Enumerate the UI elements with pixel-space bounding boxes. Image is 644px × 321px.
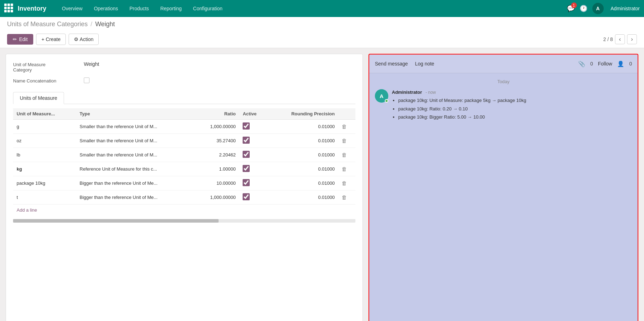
action-button[interactable]: ⚙ Action: [69, 34, 99, 45]
row-active[interactable]: [239, 190, 268, 205]
row-delete[interactable]: 🗑: [338, 134, 355, 148]
col-header-actions: [338, 108, 355, 120]
breadcrumb: Units of Measure Categories / Weight: [7, 21, 637, 31]
user-avatar-button[interactable]: A: [592, 3, 604, 14]
today-label: Today: [375, 79, 632, 84]
pagination-prev[interactable]: ‹: [615, 34, 625, 44]
uom-table: Unit of Measure... Type Ratio Active Rou…: [13, 108, 355, 205]
delete-icon[interactable]: 🗑: [342, 166, 347, 172]
add-line-button[interactable]: Add a line: [13, 205, 41, 216]
category-value: Weight: [84, 61, 99, 67]
breadcrumb-parent[interactable]: Units of Measure Categories: [7, 21, 88, 28]
col-header-name: Unit of Measure...: [13, 108, 76, 120]
nav-links: Overview Operations Products Reporting C…: [57, 4, 567, 13]
top-navigation: Inventory Overview Operations Products R…: [0, 0, 644, 17]
row-type: Reference Unit of Measure for this c...: [76, 162, 194, 176]
delete-icon[interactable]: 🗑: [342, 152, 347, 158]
name-concat-label: Name Concatenation: [13, 78, 84, 84]
col-header-ratio: Ratio: [194, 108, 239, 120]
row-active[interactable]: [239, 162, 268, 176]
app-title: Inventory: [18, 5, 46, 12]
table-row: g Smaller than the reference Unit of M..…: [13, 120, 355, 134]
row-rounding: 0.01000: [268, 190, 338, 205]
attachment-icon: 📎: [578, 61, 585, 67]
row-name: g: [13, 120, 76, 134]
row-delete[interactable]: 🗑: [338, 190, 355, 205]
chatter-entry: A Administrator - now package 10kg: Unit…: [375, 89, 632, 122]
row-rounding: 0.01000: [268, 120, 338, 134]
row-type: Smaller than the reference Unit of M...: [76, 134, 194, 148]
nav-operations[interactable]: Operations: [89, 4, 123, 13]
row-type: Smaller than the reference Unit of M...: [76, 148, 194, 162]
scrollbar-thumb: [13, 219, 219, 223]
edit-icon: ✏: [13, 36, 17, 42]
category-field-row: Unit of MeasureCategory Weight: [13, 61, 355, 73]
delete-icon[interactable]: 🗑: [342, 124, 347, 130]
nav-reporting[interactable]: Reporting: [155, 4, 187, 13]
row-delete[interactable]: 🗑: [338, 120, 355, 134]
delete-icon[interactable]: 🗑: [342, 180, 347, 186]
chatter-author-name: Administrator: [392, 90, 422, 95]
nav-overview[interactable]: Overview: [57, 4, 87, 13]
nav-products[interactable]: Products: [124, 4, 154, 13]
row-name: package 10kg: [13, 176, 76, 190]
attachment-count: 0: [590, 61, 593, 67]
delete-icon[interactable]: 🗑: [342, 194, 347, 200]
name-concat-checkbox[interactable]: [84, 78, 89, 83]
notification-badge: 1: [571, 2, 577, 8]
log-entry: package 10kg: Bigger Ratio: 5.00 → 10.00: [398, 114, 632, 121]
row-active[interactable]: [239, 176, 268, 190]
active-checkbox[interactable]: [243, 122, 250, 130]
row-active[interactable]: [239, 148, 268, 162]
main-layout: Unit of MeasureCategory Weight Name Conc…: [0, 48, 644, 321]
clock-button[interactable]: 🕐: [580, 5, 587, 12]
breadcrumb-current: Weight: [95, 21, 115, 28]
create-button[interactable]: + Create: [36, 34, 66, 45]
table-row: oz Smaller than the reference Unit of M.…: [13, 134, 355, 148]
row-name: t: [13, 190, 76, 205]
chatter-content: Administrator - now package 10kg: Unit o…: [392, 89, 632, 122]
active-checkbox[interactable]: [243, 151, 250, 158]
row-delete[interactable]: 🗑: [338, 162, 355, 176]
row-type: Bigger than the reference Unit of Me...: [76, 190, 194, 205]
row-name: lb: [13, 148, 76, 162]
row-name: oz: [13, 134, 76, 148]
row-name: kg: [13, 162, 76, 176]
name-concat-field-row: Name Concatenation: [13, 78, 355, 84]
row-type: Smaller than the reference Unit of M...: [76, 120, 194, 134]
send-message-button[interactable]: Send message: [375, 59, 411, 68]
chatter-author-avatar: A: [375, 89, 388, 103]
tab-units-of-measure[interactable]: Units of Measure: [13, 92, 64, 104]
row-delete[interactable]: 🗑: [338, 148, 355, 162]
nav-configuration[interactable]: Configuration: [188, 4, 227, 13]
notifications-button[interactable]: 💬 1: [567, 5, 575, 12]
row-active[interactable]: [239, 120, 268, 134]
col-header-rounding: Rounding Precision: [268, 108, 338, 120]
page-header: Units of Measure Categories / Weight ✏ E…: [0, 17, 644, 48]
edit-button[interactable]: ✏ Edit: [7, 34, 33, 45]
pagination-next[interactable]: ›: [627, 34, 637, 44]
row-ratio: 1,000.00000: [194, 120, 239, 134]
left-panel: Unit of MeasureCategory Weight Name Conc…: [6, 54, 363, 321]
pagination: 2 / 8 ‹ ›: [603, 34, 637, 44]
row-ratio: 1,000.00000: [194, 190, 239, 205]
chatter-time: - now: [425, 90, 436, 95]
row-ratio: 1.00000: [194, 162, 239, 176]
row-delete[interactable]: 🗑: [338, 176, 355, 190]
admin-name[interactable]: Administrator: [611, 6, 640, 11]
active-checkbox[interactable]: [243, 179, 250, 186]
row-rounding: 0.01000: [268, 176, 338, 190]
horizontal-scrollbar[interactable]: [13, 219, 355, 223]
log-note-button[interactable]: Log note: [411, 59, 438, 68]
active-checkbox[interactable]: [243, 165, 250, 172]
table-row: kg Reference Unit of Measure for this c.…: [13, 162, 355, 176]
tab-bar: Units of Measure: [13, 92, 355, 104]
row-ratio: 35.27400: [194, 134, 239, 148]
active-checkbox[interactable]: [243, 137, 250, 144]
follow-button[interactable]: Follow: [598, 61, 612, 67]
active-checkbox[interactable]: [243, 193, 250, 200]
row-active[interactable]: [239, 134, 268, 148]
delete-icon[interactable]: 🗑: [342, 138, 347, 144]
category-label: Unit of MeasureCategory: [13, 61, 84, 73]
app-grid-icon[interactable]: [4, 4, 14, 13]
